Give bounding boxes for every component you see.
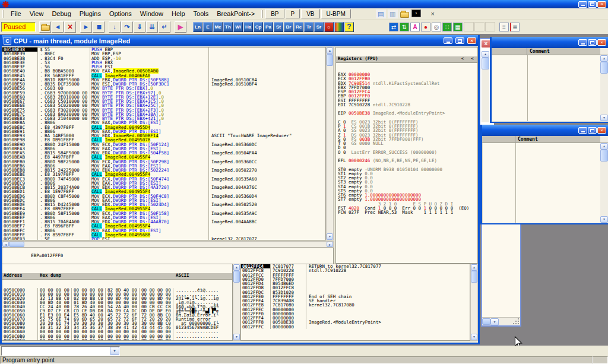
scrollbar[interactable]: ▲ [482,51,489,122]
rebar-grip[interactable] [261,10,263,18]
swap-arrows-icon[interactable]: ⇄ [389,23,398,31]
scroll-up-icon[interactable]: ▲ [471,264,477,271]
menu-view[interactable]: View [26,10,48,18]
highlight-a-icon[interactable]: A [410,23,420,31]
scrollbar[interactable]: ▲ ▼ [600,143,608,223]
screen-icon[interactable]: ▦ [453,23,463,31]
execute-till-return-icon[interactable]: ↵ [159,21,170,33]
bp-bar-button-vb[interactable]: VB [301,9,319,18]
stack-row[interactable]: 0012FFFC00000000 [241,325,470,329]
panel-button-tr[interactable]: Tr [304,22,314,32]
options-gear-icon[interactable]: ☼ [324,22,334,32]
scroll-down-icon[interactable]: ▼ [471,334,477,340]
dots-icon[interactable]: ∷ [442,23,452,31]
scroll-up-icon[interactable]: ▲ [233,264,240,271]
disassembly-scrollbar[interactable]: ▲ ▼ [326,47,334,240]
spiral-icon[interactable]: ◎ [432,23,441,31]
pause-icon[interactable]: ▮▮ [93,21,104,33]
scroll-thumb[interactable] [482,318,490,325]
scroll-down-icon[interactable]: ▼ [327,233,333,240]
command-combobox[interactable]: ▼ [1,346,120,356]
dump-row[interactable]: 0050C0C000 00 00 0000 00 00 0000 00 00 0… [2,338,232,341]
scroll-thumb[interactable] [471,271,477,283]
restart-icon[interactable]: ◄ [52,21,64,33]
toolbar-close-icon[interactable]: × [428,10,438,18]
register-line[interactable]: EIP 0050BE38 ImageRed.<ModuleEntryPoint> [338,111,477,115]
stack-scrollbar[interactable]: ▲ ▼ [470,264,478,341]
scroll-thumb[interactable] [327,54,333,66]
info-pane[interactable]: EBP=0012FFF0 [2,248,334,264]
scroll-up-icon[interactable]: ▲ [482,51,489,58]
register-line[interactable]: O 0 LastErr ERROR_SUCCESS (00000000) [338,150,477,154]
menu-file[interactable]: File [7,10,26,18]
panel-button-br[interactable]: Br [284,22,293,32]
panel-button-pa[interactable]: Pa [264,22,273,32]
help-icon[interactable]: ? [344,22,354,32]
step-into-icon[interactable]: ↓ [109,21,121,33]
panel-button-ln[interactable]: Ln [193,22,202,32]
log-list-icon[interactable]: ≡ [499,23,509,31]
scroll-thumb[interactable] [482,58,489,69]
panel-button-cp[interactable]: Cp [254,22,263,32]
list-area[interactable] [492,55,600,121]
panel-button-ha[interactable]: Ha [243,22,253,32]
disasm-row[interactable]: 0050BF03.5EPOP ESIkernel32.7C817077 [2,237,325,240]
scrollbar-horizontal[interactable]: ▼ [482,317,520,325]
toolbar-blank-button[interactable] [464,22,474,31]
up-down-icon[interactable]: ⇅ [400,23,409,31]
bp-bar-button-p[interactable]: P [286,9,300,18]
console-icon[interactable]: › [411,10,421,17]
scroll-down-icon[interactable]: ▼ [600,115,608,121]
register-line[interactable]: EFL 00000246 (NO,NB,E,BE,NS,PE,GE,LE) [338,159,477,163]
disasm-row[interactable]: 0050BEFE.E8 8597F8FFCALL ImageRed.004956… [2,233,325,237]
appearance-icon[interactable] [334,22,344,32]
run-icon[interactable]: ► [80,21,92,33]
panel-button-e[interactable]: E [203,22,213,32]
scrollbar[interactable]: ▲ ▼ [600,55,608,121]
step-over-icon[interactable]: ↷ [121,21,133,33]
record-dot-icon[interactable]: ● [421,23,430,31]
minimize-button[interactable] [578,39,587,46]
goto-address-icon[interactable]: ▶ [175,21,186,33]
animate-into-icon[interactable]: ⇓ [134,21,145,33]
minimize-button[interactable] [578,1,587,8]
scroll-up-icon[interactable]: ▲ [600,55,608,62]
maximize-button[interactable] [588,1,597,8]
notepad-icon[interactable]: ▤ [376,10,386,18]
panel-button-me[interactable]: Me [213,22,223,32]
scroll-right-icon[interactable]: ► [327,242,333,247]
scroll-up-icon[interactable]: ▲ [327,48,333,54]
toolbar-blank-button[interactable] [474,22,484,31]
register-line[interactable]: FCW 027F Prec NEAR,53 Mask 1 1 1 1 1 1 [338,210,477,214]
close-button[interactable]: × [597,1,606,8]
scroll-thumb[interactable] [233,271,240,283]
side-window-titlebar[interactable]: × [492,37,608,48]
scroll-down-icon[interactable]: ▼ [233,334,240,340]
list-area[interactable] [482,143,600,223]
menu-help[interactable]: Help [167,10,189,18]
close-button[interactable]: × [597,39,606,46]
resize-grip[interactable] [512,318,520,325]
close-button[interactable]: × [597,127,606,134]
scroll-up-icon[interactable]: ▲ [600,143,608,150]
scroll-thumb[interactable] [600,62,608,74]
panel-button-sr[interactable]: Sr [314,22,324,32]
disassembly-hscrollbar[interactable]: ◄ ► [2,241,334,248]
open-file-icon[interactable] [39,21,51,33]
side-window-titlebar[interactable]: × [482,125,608,136]
maximize-button[interactable] [588,39,597,46]
maximize-button[interactable] [455,37,464,44]
scroll-thumb[interactable] [600,150,608,162]
minimize-button[interactable] [578,127,587,134]
rebar-grip[interactable] [2,10,4,18]
close-button[interactable]: × [467,37,476,44]
menu-window[interactable]: Window [136,10,167,18]
register-line[interactable]: EDI 7C910228 ntdll.7C910228 [338,103,477,107]
chevron-down-icon[interactable]: ▼ [110,347,119,355]
animate-over-icon[interactable]: ⇊ [146,21,158,33]
scroll-thumb[interactable] [9,242,24,247]
register-line[interactable]: T 0 GS 0000 NULL [338,141,477,145]
menu-breakpoint[interactable]: BreakPoint-> [213,10,259,18]
dump-scrollbar[interactable]: ▲ ▼ [233,264,240,341]
scroll-down-icon[interactable]: ▼ [600,216,608,223]
